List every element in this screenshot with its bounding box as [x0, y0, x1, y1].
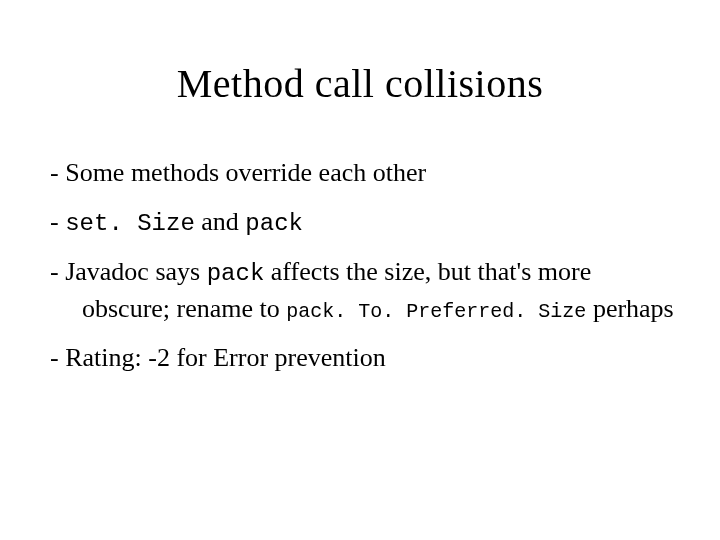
bullet-text: Rating: -2 for Error prevention — [65, 343, 386, 372]
bullet-text: Some methods override each other — [65, 158, 426, 187]
bullet-list: Some methods override each other set. Si… — [40, 155, 680, 375]
slide: Method call collisions Some methods over… — [0, 0, 720, 540]
bullet-item: Some methods override each other — [50, 155, 680, 190]
bullet-text: perhaps — [586, 294, 673, 323]
bullet-item: set. Size and pack — [50, 204, 680, 240]
bullet-item: Javadoc says pack affects the size, but … — [50, 254, 680, 325]
code-token: set. Size — [65, 210, 195, 237]
code-token: pack. To. Preferred. Size — [286, 300, 586, 323]
code-token: pack — [245, 210, 303, 237]
slide-title: Method call collisions — [40, 60, 680, 107]
bullet-item: Rating: -2 for Error prevention — [50, 340, 680, 375]
bullet-text: and — [195, 207, 246, 236]
bullet-text: Javadoc says — [65, 257, 207, 286]
code-token: pack — [207, 260, 265, 287]
